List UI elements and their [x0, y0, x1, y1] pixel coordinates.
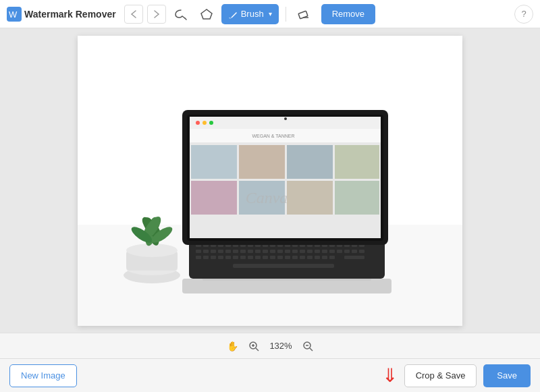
zoom-value: 132%: [267, 341, 294, 351]
svg-rect-39: [248, 250, 253, 253]
zoom-in-icon: [248, 341, 259, 352]
svg-rect-74: [344, 256, 364, 259]
footer-right: ⇓ Crop & Save Save: [382, 364, 531, 387]
svg-line-117: [256, 348, 259, 351]
svg-rect-32: [196, 250, 201, 253]
svg-rect-71: [315, 256, 320, 259]
save-button[interactable]: Save: [483, 364, 531, 387]
svg-rect-85: [191, 145, 237, 179]
save-arrow-indicator: ⇓: [382, 366, 398, 385]
new-image-button[interactable]: New Image: [9, 364, 77, 387]
eraser-icon: [297, 8, 310, 20]
svg-rect-75: [233, 264, 334, 268]
svg-rect-92: [335, 181, 379, 215]
svg-rect-60: [233, 256, 238, 259]
polygon-icon: [200, 8, 213, 20]
svg-rect-40: [255, 250, 261, 253]
svg-rect-55: [196, 256, 201, 259]
app-title: Watermark Remover: [24, 9, 116, 20]
help-icon: ?: [521, 9, 526, 19]
back-icon: [130, 10, 137, 18]
svg-rect-51: [337, 250, 342, 253]
svg-rect-37: [233, 250, 238, 253]
svg-rect-62: [248, 256, 253, 259]
remove-button[interactable]: Remove: [321, 4, 375, 24]
canvas-area: WEGAN & TANNER Canva: [0, 28, 540, 333]
svg-rect-64: [263, 256, 268, 259]
new-image-label: New Image: [21, 370, 65, 381]
svg-rect-72: [322, 256, 327, 259]
svg-rect-43: [277, 250, 283, 253]
down-arrow-icon: ⇓: [382, 366, 398, 385]
footer: New Image ⇓ Crop & Save Save: [0, 358, 540, 392]
zoom-out-button[interactable]: [300, 338, 316, 354]
svg-rect-57: [211, 256, 216, 259]
hand-tool-button[interactable]: ✋: [224, 338, 240, 354]
svg-text:WEGAN & TANNER: WEGAN & TANNER: [252, 134, 294, 138]
remove-label: Remove: [332, 9, 364, 19]
help-button[interactable]: ?: [514, 5, 533, 24]
svg-rect-47: [307, 250, 313, 253]
save-label: Save: [497, 370, 517, 381]
crop-save-label: Crop & Save: [416, 370, 466, 381]
forward-button[interactable]: [147, 5, 166, 24]
svg-rect-46: [300, 250, 305, 253]
svg-line-120: [310, 348, 313, 351]
svg-rect-41: [263, 250, 268, 253]
toolbar-divider: [286, 7, 286, 22]
svg-rect-87: [287, 145, 333, 179]
svg-rect-53: [352, 250, 357, 253]
svg-rect-66: [277, 256, 283, 259]
svg-point-94: [284, 117, 287, 120]
svg-rect-45: [292, 250, 298, 253]
svg-rect-42: [270, 250, 275, 253]
eraser-tool-button[interactable]: [293, 4, 315, 24]
image-container: WEGAN & TANNER Canva: [78, 36, 462, 326]
brush-icon: [228, 9, 238, 19]
svg-rect-56: [203, 256, 209, 259]
svg-rect-38: [240, 250, 246, 253]
brush-dropdown-icon: ▾: [269, 10, 272, 18]
svg-rect-88: [335, 145, 379, 179]
svg-rect-69: [300, 256, 305, 259]
svg-rect-54: [359, 250, 364, 253]
brush-tool-button[interactable]: Brush ▾: [221, 4, 279, 24]
svg-rect-44: [285, 250, 290, 253]
lasso-icon: [174, 8, 188, 20]
svg-point-82: [209, 121, 213, 125]
lasso-tool-button[interactable]: [170, 4, 192, 24]
svg-rect-52: [344, 250, 350, 253]
svg-rect-33: [203, 250, 209, 253]
crop-save-button[interactable]: Crop & Save: [404, 364, 477, 387]
svg-rect-36: [225, 250, 231, 253]
svg-text:W: W: [9, 9, 18, 20]
zoom-out-icon: [302, 341, 313, 352]
svg-rect-49: [322, 250, 327, 253]
svg-rect-50: [329, 250, 335, 253]
svg-rect-67: [285, 256, 290, 259]
svg-rect-59: [225, 256, 231, 259]
brush-label: Brush: [241, 9, 264, 19]
back-button[interactable]: [124, 5, 143, 24]
svg-rect-86: [239, 145, 285, 179]
app-logo: W Watermark Remover: [7, 7, 116, 22]
svg-rect-63: [255, 256, 261, 259]
svg-rect-34: [211, 250, 216, 253]
svg-point-98: [126, 244, 178, 257]
svg-rect-89: [191, 181, 237, 215]
svg-rect-73: [329, 256, 335, 259]
svg-rect-61: [240, 256, 246, 259]
svg-text:Canva: Canva: [246, 189, 288, 206]
svg-rect-70: [307, 256, 313, 259]
zoom-in-button[interactable]: [246, 338, 262, 354]
canvas-image: WEGAN & TANNER Canva: [78, 36, 462, 326]
svg-rect-65: [270, 256, 275, 259]
app-logo-icon: W: [7, 7, 22, 22]
svg-point-80: [196, 121, 200, 125]
svg-point-81: [202, 121, 207, 125]
polygon-tool-button[interactable]: [196, 4, 217, 24]
svg-rect-35: [218, 250, 223, 253]
zoom-toolbar: ✋ 132%: [0, 333, 540, 358]
forward-icon: [153, 10, 160, 18]
svg-rect-58: [218, 256, 223, 259]
